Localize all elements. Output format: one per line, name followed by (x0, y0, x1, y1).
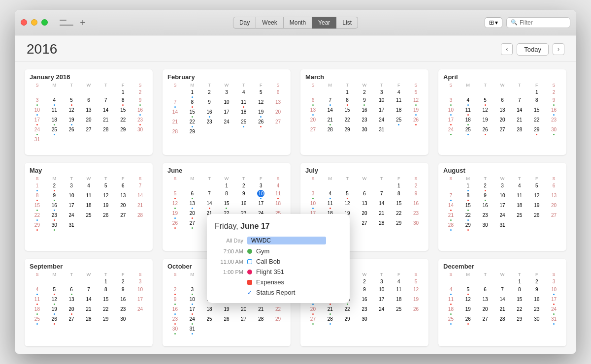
day-cell-7-4[interactable]: 4 (511, 182, 528, 191)
day-cell-4-4[interactable]: 4 (80, 182, 98, 191)
day-cell-9-3[interactable]: 3 (184, 286, 201, 295)
day-cell-5-7[interactable]: 7 (201, 190, 218, 199)
day-cell-1-13[interactable]: 13 (269, 98, 287, 108)
day-cell-0-17[interactable]: 17 (29, 116, 46, 125)
day-cell-4-9[interactable]: 9 (46, 192, 63, 201)
day-cell-1-24[interactable]: 24 (218, 118, 235, 127)
day-cell-7-17[interactable]: 17 (494, 202, 511, 211)
day-cell-9-23[interactable]: 23 (166, 315, 184, 325)
day-cell-8-23[interactable]: 23 (114, 305, 131, 315)
day-cell-2-16[interactable]: 16 (356, 106, 373, 116)
add-event-button[interactable]: + (77, 17, 88, 28)
day-cell-4-14[interactable]: 14 (131, 192, 149, 201)
day-cell-3-3[interactable]: 3 (442, 96, 460, 106)
day-cell-3-7[interactable]: 7 (511, 96, 528, 106)
day-cell-9-17[interactable]: 17 (184, 305, 201, 315)
day-cell-0-21[interactable]: 21 (97, 116, 114, 125)
list-view-button[interactable]: List (336, 17, 358, 29)
day-cell-2-7[interactable]: 7 (322, 96, 339, 106)
day-cell-3-22[interactable]: 22 (528, 116, 545, 125)
day-cell-5-4[interactable]: 4 (269, 182, 287, 189)
day-cell-0-2[interactable]: 2 (131, 89, 149, 96)
day-cell-7-25[interactable]: 25 (511, 212, 528, 221)
day-cell-8-10[interactable]: 10 (131, 286, 149, 295)
day-cell-11-31[interactable]: 31 (545, 315, 562, 325)
day-cell-3-20[interactable]: 20 (494, 116, 511, 125)
day-cell-5-1[interactable]: 1 (218, 182, 235, 189)
day-cell-4-15[interactable]: 15 (29, 202, 46, 211)
day-cell-6-21[interactable]: 21 (373, 210, 390, 219)
day-cell-8-20[interactable]: 20 (63, 305, 80, 315)
day-cell-0-9[interactable]: 9 (131, 96, 149, 106)
day-cell-4-7[interactable]: 7 (131, 182, 149, 191)
day-cell-5-3[interactable]: 3 (252, 182, 269, 189)
day-cell-11-26[interactable]: 26 (460, 315, 477, 325)
day-cell-5-5[interactable]: 5 (166, 190, 184, 199)
day-cell-10-26[interactable]: 26 (407, 305, 425, 315)
day-cell-1-8[interactable]: 8 (184, 98, 201, 108)
day-cell-11-29[interactable]: 29 (511, 315, 528, 325)
day-cell-7-12[interactable]: 12 (528, 192, 545, 201)
day-cell-8-24[interactable]: 24 (131, 305, 149, 315)
day-cell-7-21[interactable]: 21 (442, 212, 460, 221)
day-cell-0-22[interactable]: 22 (114, 116, 131, 125)
day-cell-3-10[interactable]: 10 (442, 106, 460, 116)
day-cell-3-13[interactable]: 13 (494, 106, 511, 116)
day-cell-6-1[interactable]: 1 (390, 182, 407, 189)
day-cell-6-23[interactable]: 23 (407, 210, 425, 219)
day-cell-0-23[interactable]: 23 (131, 116, 149, 125)
day-cell-8-30[interactable]: 30 (114, 315, 131, 325)
day-cell-8-1[interactable]: 1 (97, 278, 114, 285)
day-cell-1-2[interactable]: 2 (201, 89, 218, 98)
day-cell-11-10[interactable]: 10 (545, 286, 562, 295)
day-cell-4-12[interactable]: 12 (97, 192, 114, 201)
day-cell-2-19[interactable]: 19 (407, 106, 425, 116)
day-cell-2-25[interactable]: 25 (390, 116, 407, 125)
day-cell-3-23[interactable]: 23 (545, 116, 562, 125)
day-cell-4-28[interactable]: 28 (131, 212, 149, 221)
day-cell-9-31[interactable]: 31 (184, 325, 201, 334)
day-cell-10-25[interactable]: 25 (390, 305, 407, 315)
day-cell-1-29[interactable]: 29 (184, 128, 201, 135)
day-cell-1-5[interactable]: 5 (252, 89, 269, 98)
day-cell-2-11[interactable]: 11 (390, 96, 407, 106)
day-cell-3-29[interactable]: 29 (528, 126, 545, 135)
day-cell-3-19[interactable]: 19 (477, 116, 494, 125)
day-cell-6-10[interactable]: 10 (304, 200, 322, 209)
day-cell-11-21[interactable]: 21 (494, 305, 511, 315)
day-cell-2-1[interactable]: 1 (339, 89, 356, 96)
day-cell-11-28[interactable]: 28 (494, 315, 511, 325)
day-cell-6-5[interactable]: 5 (339, 190, 356, 199)
day-cell-6-6[interactable]: 6 (356, 190, 373, 199)
week-view-button[interactable]: Week (256, 17, 283, 29)
day-cell-4-13[interactable]: 13 (114, 192, 131, 201)
day-cell-5-15[interactable]: 15 (218, 200, 235, 209)
day-cell-1-23[interactable]: 23 (201, 118, 218, 127)
day-cell-2-26[interactable]: 26 (407, 116, 425, 125)
day-cell-2-20[interactable]: 20 (304, 116, 322, 125)
day-cell-2-10[interactable]: 10 (373, 96, 390, 106)
day-cell-1-16[interactable]: 16 (201, 108, 218, 118)
day-cell-7-30[interactable]: 30 (477, 221, 494, 231)
search-box[interactable]: 🔍 (506, 17, 570, 28)
day-cell-7-27[interactable]: 27 (545, 212, 562, 221)
day-cell-8-14[interactable]: 14 (80, 296, 98, 305)
minimize-button[interactable] (31, 19, 37, 26)
day-cell-0-27[interactable]: 27 (80, 126, 98, 135)
close-button[interactable] (21, 19, 27, 26)
prev-year-button[interactable]: ‹ (501, 43, 513, 55)
day-cell-7-3[interactable]: 3 (494, 182, 511, 191)
day-cell-0-19[interactable]: 19 (63, 116, 80, 125)
day-cell-3-24[interactable]: 24 (442, 126, 460, 135)
year-view-button[interactable]: Year (312, 17, 336, 29)
day-cell-3-2[interactable]: 2 (545, 89, 562, 96)
day-cell-6-14[interactable]: 14 (373, 200, 390, 209)
day-cell-10-10[interactable]: 10 (373, 286, 390, 295)
day-view-button[interactable]: Day (233, 17, 256, 29)
day-cell-5-20[interactable]: 20 (184, 210, 201, 219)
day-cell-6-3[interactable]: 3 (304, 190, 322, 199)
day-cell-8-18[interactable]: 18 (29, 305, 46, 315)
day-cell-2-24[interactable]: 24 (373, 116, 390, 125)
day-cell-0-1[interactable]: 1 (114, 89, 131, 96)
day-cell-11-17[interactable]: 17 (545, 296, 562, 305)
